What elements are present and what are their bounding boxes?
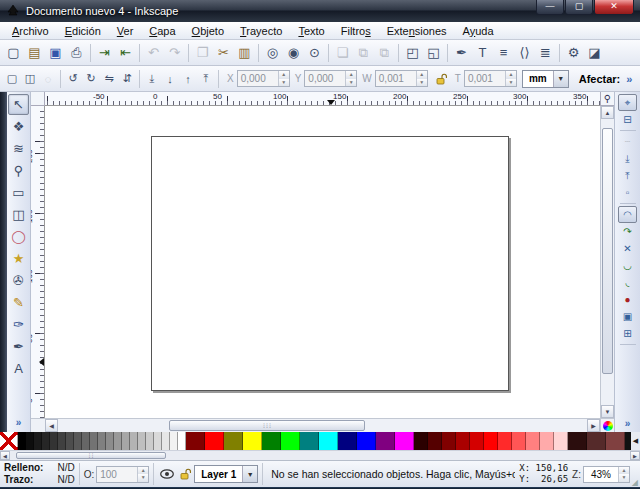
- scroll-up-arrow[interactable]: ▲: [601, 106, 614, 119]
- snap-cusp-nodes-button[interactable]: ◡: [618, 257, 637, 274]
- color-swatch[interactable]: [50, 432, 58, 450]
- horizontal-scrollbar[interactable]: ◀ ᎒᎒᎒ ▶: [45, 418, 600, 432]
- zoom-to-selection-button[interactable]: ◎: [262, 42, 283, 63]
- color-swatch[interactable]: [414, 432, 428, 450]
- field-x-input[interactable]: 0,000▲▼: [237, 70, 290, 87]
- unlink-clone-button[interactable]: ⧉: [374, 42, 395, 63]
- select-all-in-layers-button[interactable]: ◫: [21, 70, 39, 88]
- color-swatch[interactable]: [98, 432, 106, 450]
- scroll-left-arrow[interactable]: ◀: [45, 419, 58, 432]
- horizontal-scroll-track[interactable]: ᎒᎒᎒: [58, 419, 587, 432]
- color-swatch[interactable]: [376, 432, 395, 450]
- swatch-none[interactable]: [0, 432, 18, 450]
- color-swatch[interactable]: [146, 432, 154, 450]
- snapbar-overflow-button[interactable]: »: [625, 418, 631, 429]
- fill-stroke-dialog-button[interactable]: ✒: [451, 42, 472, 63]
- palette-scroll-right-arrow[interactable]: ▶: [630, 451, 640, 460]
- color-swatch[interactable]: [170, 432, 178, 450]
- field-t-input[interactable]: 0,001▲▼: [464, 70, 517, 87]
- text-tool[interactable]: A: [8, 358, 29, 379]
- undo-button[interactable]: ↶: [143, 42, 164, 63]
- layer-visibility-eye-icon[interactable]: [159, 466, 175, 482]
- spinner-arrows[interactable]: ▲▼: [618, 467, 629, 482]
- menu-objeto[interactable]: Objeto: [184, 24, 232, 38]
- selector-tool[interactable]: ↖: [8, 94, 29, 115]
- color-swatch[interactable]: [540, 432, 554, 450]
- rotate-90-ccw-button[interactable]: ↺: [64, 70, 82, 88]
- horizontal-ruler[interactable]: -50050100150200250300350: [45, 92, 600, 106]
- color-swatch[interactable]: [395, 432, 414, 450]
- scroll-down-arrow[interactable]: ▼: [601, 405, 614, 418]
- color-swatch[interactable]: [186, 432, 205, 450]
- document-properties-button[interactable]: ◪: [584, 42, 605, 63]
- new-document-button[interactable]: ▢: [3, 42, 24, 63]
- color-swatch[interactable]: [26, 432, 34, 450]
- color-swatch[interactable]: [338, 432, 357, 450]
- pencil-tool[interactable]: ✎: [8, 292, 29, 313]
- paste-button[interactable]: ▥: [234, 42, 255, 63]
- color-swatch[interactable]: [162, 432, 170, 450]
- menu-edición[interactable]: Edición: [57, 24, 109, 38]
- menu-texto[interactable]: Texto: [290, 24, 332, 38]
- color-swatch[interactable]: [114, 432, 122, 450]
- print-document-button[interactable]: ⎙: [66, 42, 87, 63]
- scroll-right-arrow[interactable]: ▶: [587, 419, 600, 432]
- snap-bbox-edges-button[interactable]: ┄: [618, 133, 637, 150]
- color-swatch[interactable]: [138, 432, 146, 450]
- snap-path-intersections-button[interactable]: ✕: [618, 240, 637, 257]
- tweak-tool[interactable]: ≋: [8, 138, 29, 159]
- color-managed-display-toggle[interactable]: [600, 418, 614, 432]
- spinner-arrows[interactable]: ▲▼: [505, 71, 516, 86]
- spinner-arrows[interactable]: ▲▼: [416, 71, 427, 86]
- text-dialog-button[interactable]: T: [472, 42, 493, 63]
- deselect-button[interactable]: ◌: [39, 70, 57, 88]
- maximize-button[interactable]: ▢: [565, 0, 593, 15]
- color-swatch[interactable]: [205, 432, 224, 450]
- align-dialog-button[interactable]: ≣: [535, 42, 556, 63]
- snap-line-midpoints-button[interactable]: ●: [618, 291, 637, 308]
- zoom-control[interactable]: Z: 43% ▲▼: [572, 466, 630, 483]
- color-swatch[interactable]: [281, 432, 300, 450]
- toolbox-overflow-button[interactable]: »: [16, 417, 22, 428]
- color-swatch[interactable]: [568, 432, 587, 450]
- vertical-scrollbar[interactable]: ▲ ▼: [600, 106, 614, 418]
- color-swatch[interactable]: [526, 432, 540, 450]
- color-swatch[interactable]: [34, 432, 42, 450]
- palette-arrow-button[interactable]: ◀: [631, 432, 640, 450]
- inkscape-preferences-button[interactable]: ⚙: [563, 42, 584, 63]
- flip-vertical-button[interactable]: ⇵: [118, 70, 136, 88]
- opacity-spinner[interactable]: 100 ▲▼: [96, 466, 149, 483]
- lower-to-bottom-button[interactable]: ⤓: [143, 70, 161, 88]
- resize-grip[interactable]: ◢: [630, 461, 638, 487]
- color-swatch[interactable]: [470, 432, 484, 450]
- bezier-pen-tool[interactable]: ✑: [8, 314, 29, 335]
- snap-nodes-toggle-button[interactable]: ◠: [618, 206, 637, 223]
- zoom-corner-button[interactable]: ⚲: [600, 92, 614, 106]
- lower-one-step-button[interactable]: ↓: [161, 70, 179, 88]
- spinner-arrows[interactable]: ▲▼: [345, 71, 356, 86]
- menu-ver[interactable]: Ver: [109, 24, 142, 38]
- canvas-viewport[interactable]: [45, 106, 600, 418]
- raise-one-step-button[interactable]: ↑: [179, 70, 197, 88]
- color-swatch[interactable]: [154, 432, 162, 450]
- color-swatch[interactable]: [74, 432, 82, 450]
- menu-trayecto[interactable]: Trayecto: [232, 24, 290, 38]
- zoom-spinner[interactable]: 43% ▲▼: [583, 466, 630, 483]
- ungroup-button[interactable]: ◱: [423, 42, 444, 63]
- menu-archivo[interactable]: Archivo: [4, 24, 57, 38]
- color-swatch[interactable]: [456, 432, 470, 450]
- vertical-scroll-track[interactable]: [601, 119, 614, 405]
- color-swatch[interactable]: [262, 432, 281, 450]
- color-swatch[interactable]: [224, 432, 243, 450]
- copy-button[interactable]: ❐: [192, 42, 213, 63]
- snap-bounding-box-button[interactable]: ⊟: [618, 111, 637, 128]
- raise-to-top-button[interactable]: ⤒: [197, 70, 215, 88]
- snap-object-centers-button[interactable]: ▣: [618, 308, 637, 325]
- color-swatch[interactable]: [243, 432, 262, 450]
- color-swatch[interactable]: [300, 432, 319, 450]
- color-swatch[interactable]: [90, 432, 98, 450]
- rectangle-tool[interactable]: ▭: [8, 182, 29, 203]
- ellipse-tool[interactable]: ◯: [8, 226, 29, 247]
- color-swatch[interactable]: [18, 432, 26, 450]
- zoom-to-page-button[interactable]: ⊙: [304, 42, 325, 63]
